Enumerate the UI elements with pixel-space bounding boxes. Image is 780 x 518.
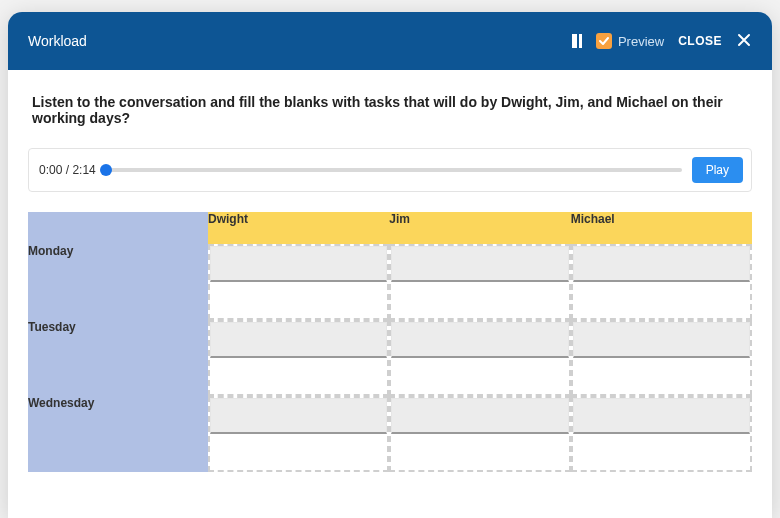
modal-header: Workload Preview CLOSE (8, 12, 772, 70)
grid-corner (28, 212, 208, 244)
audio-seek-track[interactable] (106, 168, 682, 172)
input-monday-dwight[interactable] (210, 246, 387, 282)
table-row: Wednesday (28, 396, 752, 472)
input-wednesday-jim[interactable] (391, 398, 568, 434)
question-text: Listen to the conversation and fill the … (32, 94, 752, 126)
preview-checkbox-icon (596, 33, 612, 49)
input-tuesday-michael[interactable] (573, 322, 750, 358)
input-tuesday-jim[interactable] (391, 322, 568, 358)
row-head-wednesday: Wednesday (28, 396, 208, 472)
cell-monday-dwight[interactable] (208, 244, 389, 320)
row-head-monday: Monday (28, 244, 208, 320)
header-actions: Preview CLOSE (572, 32, 752, 51)
col-head-dwight: Dwight (208, 212, 389, 244)
cell-tuesday-jim[interactable] (389, 320, 570, 396)
task-grid: Dwight Jim Michael Monday (28, 212, 752, 472)
col-head-michael: Michael (571, 212, 752, 244)
panel-toggle-icon[interactable] (572, 34, 582, 48)
audio-player: 0:00 / 2:14 Play (28, 148, 752, 192)
preview-toggle[interactable]: Preview (596, 33, 664, 49)
cell-tuesday-dwight[interactable] (208, 320, 389, 396)
col-head-jim: Jim (389, 212, 570, 244)
cell-wednesday-michael[interactable] (571, 396, 752, 472)
play-button[interactable]: Play (692, 157, 743, 183)
cell-tuesday-michael[interactable] (571, 320, 752, 396)
input-monday-michael[interactable] (573, 246, 750, 282)
close-icon[interactable] (736, 32, 752, 51)
audio-duration: 2:14 (72, 163, 95, 177)
cell-wednesday-jim[interactable] (389, 396, 570, 472)
modal-workload: Workload Preview CLOSE Listen to (8, 12, 772, 518)
input-wednesday-dwight[interactable] (210, 398, 387, 434)
input-wednesday-michael[interactable] (573, 398, 750, 434)
audio-time: 0:00 / 2:14 (39, 163, 96, 177)
cell-monday-michael[interactable] (571, 244, 752, 320)
row-head-tuesday: Tuesday (28, 320, 208, 396)
table-row: Monday (28, 244, 752, 320)
audio-current: 0:00 (39, 163, 62, 177)
modal-body: Listen to the conversation and fill the … (8, 70, 772, 518)
cell-monday-jim[interactable] (389, 244, 570, 320)
modal-title: Workload (28, 33, 87, 49)
audio-seek-thumb[interactable] (100, 164, 112, 176)
close-label: CLOSE (678, 34, 722, 48)
preview-label: Preview (618, 34, 664, 49)
cell-wednesday-dwight[interactable] (208, 396, 389, 472)
input-monday-jim[interactable] (391, 246, 568, 282)
table-row: Tuesday (28, 320, 752, 396)
input-tuesday-dwight[interactable] (210, 322, 387, 358)
